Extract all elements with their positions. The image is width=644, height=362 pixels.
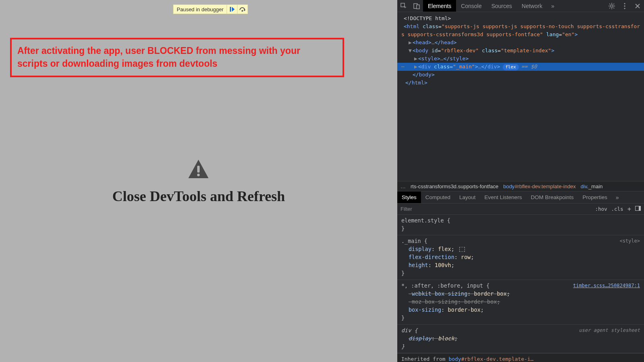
tab-sources[interactable]: Sources [487, 0, 517, 12]
styles-filter-row: :hov .cls + [397, 204, 644, 215]
tab-console[interactable]: Console [456, 0, 486, 12]
svg-point-20 [624, 3, 625, 4]
devtools-main-tabs: Elements Console Sources Network » [423, 0, 558, 12]
breadcrumb: … rts-csstransforms3d.supports-fontface … [397, 181, 644, 191]
step-over-icon [239, 6, 246, 12]
close-icon [635, 4, 640, 8]
devtools-menu-button[interactable] [618, 0, 631, 12]
dom-html-close[interactable]: </html> [397, 79, 644, 87]
styles-filter-input[interactable] [400, 206, 591, 212]
svg-line-17 [613, 8, 614, 8]
hover-toggle[interactable]: :hov [595, 206, 607, 212]
flex-badge[interactable]: flex [503, 64, 519, 70]
rule-selector: div { [401, 327, 418, 333]
toggle-device-toolbar-button[interactable] [410, 0, 423, 12]
subtab-event-listeners[interactable]: Event Listeners [480, 191, 526, 203]
dom-body-close[interactable]: </body> [397, 71, 644, 79]
eq0-label: == $0 [521, 64, 537, 70]
rule-element-style[interactable]: element.style { } [397, 215, 644, 235]
breadcrumb-body[interactable]: body#rbflex-dev.template-index [503, 183, 576, 189]
dom-tree[interactable]: <!DOCTYPE html> <html class="supports-js… [397, 12, 644, 181]
debugger-step-over-button[interactable] [237, 5, 248, 14]
debugger-paused-label: Paused in debugger [173, 6, 227, 12]
svg-rect-26 [639, 206, 640, 210]
subtab-computed[interactable]: Computed [421, 191, 455, 203]
flex-editor-icon[interactable] [459, 247, 465, 252]
rule-source-style[interactable]: <style> [619, 237, 640, 245]
svg-point-22 [624, 8, 625, 9]
annotation-line1: After activating the app, user BLOCKED f… [17, 44, 337, 57]
sidebar-toggle-icon [635, 206, 641, 211]
warning-triangle-icon [188, 159, 209, 179]
svg-marker-1 [232, 7, 235, 12]
rule-universal[interactable]: timber.scss…250824987:1 *, :after, :befo… [397, 280, 644, 325]
annotation-callout: After activating the app, user BLOCKED f… [10, 38, 344, 77]
dom-style[interactable]: ▶<style>…</style> [397, 55, 644, 63]
kebab-icon [624, 3, 625, 9]
page-warning-message: Close DevTools and Refresh [112, 188, 285, 205]
rule-selector: ._main { [401, 238, 427, 244]
play-icon [229, 6, 235, 12]
dom-head[interactable]: ▶<head>…</head> [397, 39, 644, 47]
device-icon [413, 3, 420, 9]
svg-line-19 [613, 4, 614, 4]
debugger-paused-bar: Paused in debugger [173, 4, 248, 14]
subtab-styles[interactable]: Styles [397, 191, 421, 203]
inspect-icon [400, 3, 407, 9]
svg-line-16 [609, 4, 610, 4]
svg-line-18 [609, 8, 610, 8]
subtab-layout[interactable]: Layout [455, 191, 480, 203]
annotation-line2: scripts or downloading images from devto… [17, 57, 337, 70]
svg-rect-5 [197, 166, 200, 173]
dom-selected-div[interactable]: ⋯▶<div class="_main">…</div>flex== $0 [397, 63, 644, 71]
debugger-resume-button[interactable] [227, 5, 237, 14]
svg-rect-10 [417, 5, 419, 9]
rule-source-ua: user agent stylesheet [579, 326, 640, 334]
cls-toggle[interactable]: .cls [611, 206, 623, 212]
dom-body-open[interactable]: ▼<body id="rbflex-dev" class="template-i… [397, 47, 644, 55]
devtools-settings-button[interactable] [605, 0, 618, 12]
rule-selector: *, :after, :before, input { [401, 282, 489, 289]
tabs-overflow-button[interactable]: » [547, 0, 558, 12]
rule-user-agent-div[interactable]: user agent stylesheet div { display: blo… [397, 325, 644, 353]
devtools-close-button[interactable] [631, 0, 644, 12]
breadcrumb-ellipsis[interactable]: … [400, 183, 406, 189]
toggle-styles-sidebar[interactable] [635, 206, 641, 212]
svg-rect-0 [230, 7, 231, 12]
svg-point-3 [242, 10, 243, 12]
svg-point-11 [611, 5, 613, 7]
subtab-properties[interactable]: Properties [578, 191, 612, 203]
rule-selector: element.style { [401, 217, 450, 224]
svg-point-21 [624, 5, 625, 6]
dom-html-open-l1[interactable]: <html class="supports-js supports-js sup… [397, 23, 644, 31]
gear-icon [609, 3, 615, 9]
inherited-from-row[interactable]: Inherited from body#rbflex-dev.template-… [397, 353, 644, 362]
devtools-panel: Elements Console Sources Network » [397, 0, 644, 362]
tab-network[interactable]: Network [517, 0, 547, 12]
breadcrumb-html[interactable]: rts-csstransforms3d.supports-fontface [411, 183, 498, 189]
svg-point-6 [197, 174, 200, 176]
subtabs-overflow[interactable]: » [612, 191, 623, 203]
dom-doctype[interactable]: <!DOCTYPE html> [397, 14, 644, 23]
inspect-element-button[interactable] [397, 0, 410, 12]
devtools-top-tabbar: Elements Console Sources Network » [397, 0, 644, 12]
breadcrumb-div[interactable]: div._main [581, 183, 603, 189]
subtab-dom-breakpoints[interactable]: DOM Breakpoints [526, 191, 578, 203]
page-viewport: Paused in debugger After activating the … [0, 0, 397, 362]
styles-rules-list[interactable]: element.style { } <style> ._main { displ… [397, 215, 644, 362]
dom-html-open-l2[interactable]: s supports-csstransforms3d supports-font… [397, 31, 644, 39]
new-style-rule-button[interactable]: + [627, 206, 631, 213]
rule-main[interactable]: <style> ._main { display: flex; flex-dir… [397, 235, 644, 280]
rule-source-timber[interactable]: timber.scss…250824987:1 [573, 282, 640, 290]
tab-elements[interactable]: Elements [423, 0, 456, 12]
svg-marker-8 [404, 6, 407, 9]
styles-subpanel-tabs: Styles Computed Layout Event Listeners D… [397, 191, 644, 204]
page-warning: Close DevTools and Refresh [0, 159, 397, 205]
